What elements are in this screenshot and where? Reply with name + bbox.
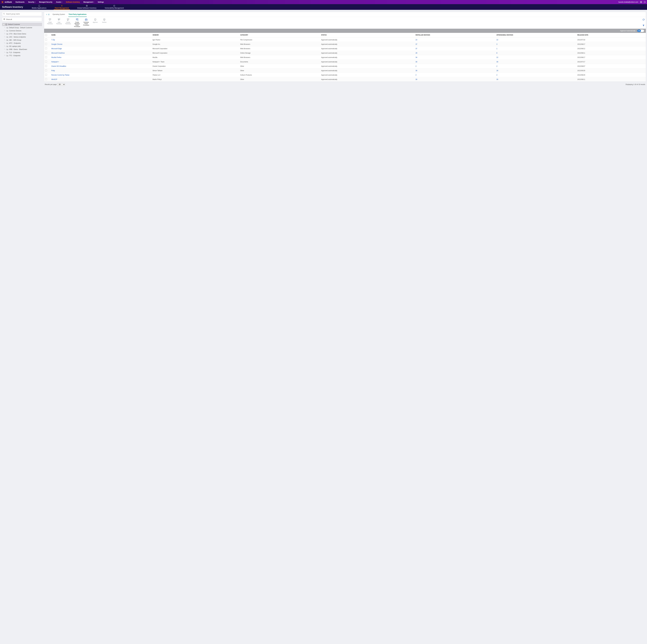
cell-name[interactable]: 7-Zip bbox=[51, 39, 153, 41]
installed-link[interactable]: 23 bbox=[416, 39, 417, 41]
col-installed[interactable]: INSTALLED DEVICES bbox=[416, 34, 496, 36]
col-name[interactable]: NAME bbox=[51, 34, 153, 36]
cell-upgradable: 22 bbox=[496, 57, 577, 58]
upgradable-link[interactable]: 22 bbox=[496, 57, 498, 58]
collapse-icon[interactable] bbox=[3, 24, 5, 25]
subnav-tab[interactable]: Vulnerability Management bbox=[104, 4, 125, 10]
tree-item[interactable]: └─SE Laptops (old) bbox=[2, 45, 42, 48]
mainnav-item[interactable]: Software Inventory bbox=[66, 1, 80, 3]
gear-icon[interactable] bbox=[640, 1, 642, 3]
brand-text: xcitium bbox=[5, 1, 12, 3]
upgradable-link[interactable]: 3 bbox=[496, 43, 497, 45]
subnav-tab[interactable]: Patch Management bbox=[54, 4, 70, 10]
mainnav-label: Management bbox=[83, 1, 93, 3]
tree-item[interactable]: └─Common Devices bbox=[2, 29, 42, 32]
cell-name[interactable]: WinSCP bbox=[51, 79, 153, 80]
search-input[interactable] bbox=[2, 12, 42, 16]
cell-name[interactable]: Google Chrome bbox=[51, 43, 153, 45]
panel-tab[interactable]: Third Party Applications bbox=[68, 12, 87, 17]
select-all-checkbox[interactable] bbox=[45, 34, 47, 36]
upgradable-link[interactable]: 28 bbox=[496, 70, 498, 72]
tool-label: Approve bbox=[91, 22, 99, 23]
toolbar-button[interactable]: Create Windows Patch Procedure bbox=[73, 18, 82, 28]
col-vendor[interactable]: VENDOR bbox=[153, 34, 240, 36]
panel-tab[interactable]: Operating System bbox=[52, 12, 65, 17]
brand-logo[interactable]: xcitium bbox=[1, 1, 12, 3]
tree-item[interactable]: └─CTH - Blue Green Demo bbox=[2, 32, 42, 35]
refresh-icon[interactable] bbox=[642, 19, 645, 21]
upgradable-link[interactable]: 1 bbox=[496, 48, 497, 50]
upgradable-link[interactable]: 2 bbox=[496, 74, 497, 76]
tab-icon bbox=[38, 5, 40, 7]
installed-link[interactable]: 37 bbox=[416, 43, 417, 45]
cell-name[interactable]: Mozilla Firefox bbox=[51, 57, 153, 58]
show-all-button[interactable]: Show all bbox=[2, 17, 42, 21]
cell-installed: 34 bbox=[416, 57, 496, 58]
cell-name[interactable]: Notepad++ bbox=[51, 61, 153, 63]
back-tree-button[interactable] bbox=[46, 14, 50, 15]
installed-link[interactable]: 2 bbox=[416, 65, 416, 67]
svg-point-5 bbox=[114, 5, 115, 7]
cell-name[interactable]: Microsoft OneDrive bbox=[51, 52, 153, 54]
col-upgradable[interactable]: UPGRADABLE DEVICES bbox=[496, 34, 577, 36]
tree-item[interactable]: └─MTC - Endpoints bbox=[2, 42, 42, 45]
cell-installed: 30 bbox=[416, 70, 496, 72]
row-checkbox[interactable] bbox=[45, 70, 47, 71]
tree-item-label: CTH - Blue Green Demo bbox=[9, 33, 26, 35]
tree-item[interactable]: └─SRB - Demo - Blue/Green bbox=[2, 48, 42, 51]
cell-name[interactable]: Putty bbox=[51, 70, 153, 72]
cell-name[interactable]: Remote Control by ITarian bbox=[51, 74, 153, 76]
tab-icon bbox=[86, 5, 88, 7]
row-checkbox[interactable] bbox=[45, 61, 47, 63]
mainnav-item[interactable]: Settings bbox=[98, 1, 104, 3]
tree-item[interactable]: └─JAO - Various endpoints bbox=[2, 35, 42, 38]
installed-link[interactable]: 30 bbox=[416, 61, 417, 63]
cell-name[interactable]: Microsoft Edge bbox=[51, 48, 153, 50]
upgradable-link[interactable]: 2 bbox=[496, 65, 497, 67]
upgradable-link[interactable]: 30 bbox=[496, 79, 498, 80]
col-date[interactable]: RELEASE DATE bbox=[577, 34, 645, 36]
toolbar-button: Install Patch(es) bbox=[46, 18, 55, 28]
tree-item[interactable]: └─TTC - Endpoints bbox=[2, 54, 42, 57]
tree-item[interactable]: └─TLS - Endpoints bbox=[2, 51, 42, 54]
row-checkbox[interactable] bbox=[45, 48, 47, 49]
approve-toggle[interactable]: ON bbox=[637, 29, 644, 32]
row-checkbox[interactable] bbox=[45, 43, 47, 45]
upgradable-link[interactable]: 30 bbox=[496, 61, 498, 63]
upgradable-link[interactable]: 8 bbox=[496, 52, 497, 54]
row-checkbox[interactable] bbox=[45, 56, 47, 58]
filter-icon[interactable] bbox=[642, 24, 645, 27]
user-email[interactable]: haseeb.shalda@xcitium.com bbox=[618, 1, 638, 3]
mainnav-item[interactable]: Security▾ bbox=[28, 1, 35, 3]
tree-item[interactable]: └─Default Group - Default Customer bbox=[2, 26, 42, 29]
svg-rect-10 bbox=[4, 19, 5, 20]
col-category[interactable]: CATEGORY bbox=[240, 34, 321, 36]
installed-link[interactable]: 2 bbox=[416, 74, 416, 76]
subnav-tab-label: Patch Management bbox=[55, 7, 69, 9]
upgradable-link[interactable]: 22 bbox=[496, 39, 498, 41]
installed-link[interactable]: 34 bbox=[416, 57, 417, 58]
col-status[interactable]: STATUS bbox=[321, 34, 416, 36]
installed-link[interactable]: 30 bbox=[416, 70, 417, 72]
row-checkbox[interactable] bbox=[45, 74, 47, 76]
installed-link[interactable]: 30 bbox=[416, 79, 417, 80]
page-size-select[interactable]: 20 bbox=[57, 83, 65, 86]
cell-name[interactable]: Oracle VM VirtualBox bbox=[51, 65, 153, 67]
toolbar-button[interactable]: Schedule Patch Procedure bbox=[82, 18, 91, 28]
installed-link[interactable]: 37 bbox=[416, 48, 417, 50]
row-checkbox[interactable] bbox=[45, 39, 47, 41]
row-checkbox[interactable] bbox=[45, 65, 47, 67]
mainnav-item[interactable]: Dashboards bbox=[15, 1, 24, 3]
logout-icon[interactable] bbox=[644, 1, 646, 3]
row-checkbox[interactable] bbox=[45, 52, 47, 54]
mainnav-item[interactable]: Managed Security bbox=[39, 1, 52, 3]
mainnav-item[interactable]: Management▾ bbox=[83, 1, 94, 3]
table-row: PuttySimon TathamOtherApproved automatic… bbox=[44, 68, 646, 73]
installed-link[interactable]: 29 bbox=[416, 52, 417, 54]
tree-root-item[interactable]: Default Customer bbox=[2, 23, 42, 26]
mainnav-item[interactable]: Assets▾ bbox=[56, 1, 62, 3]
subnav-tab[interactable]: Mobile Applications bbox=[31, 4, 48, 10]
tree-item[interactable]: └─JBC - WIN Group bbox=[2, 39, 42, 42]
row-checkbox[interactable] bbox=[45, 78, 47, 80]
subnav-tab[interactable]: Global Software Inventory bbox=[76, 4, 97, 10]
